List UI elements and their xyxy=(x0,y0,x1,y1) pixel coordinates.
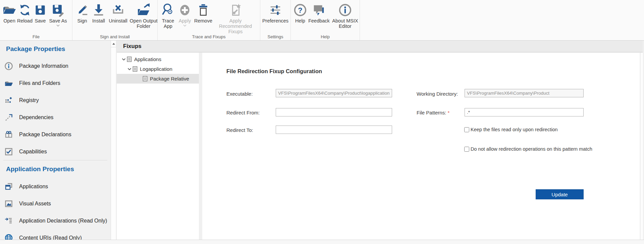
arrow-list-icon xyxy=(0,216,19,225)
globe-icon xyxy=(0,234,19,240)
sidebar-item-package-declarations[interactable]: Package Declarations xyxy=(0,126,111,143)
triangle-up-icon xyxy=(112,43,115,45)
open-button[interactable]: Open xyxy=(2,2,17,27)
keep-read-only-checkbox[interactable] xyxy=(464,127,469,132)
apply-recommended-fixups-button: Apply Recommended Fixups xyxy=(213,2,258,34)
magnifier-eye-icon xyxy=(161,2,175,18)
required-asterisk: * xyxy=(448,110,450,115)
tree-item-label: Package Relative xyxy=(150,76,189,82)
group-label-file: File xyxy=(0,34,72,39)
checkbox-label: Do not allow redirection operations on t… xyxy=(471,146,592,152)
sidebar-item-dependencies[interactable]: Dependencies xyxy=(0,109,111,126)
section-title-application-properties: Application Properties xyxy=(0,160,111,178)
feedback-button[interactable]: Feedback xyxy=(308,2,330,29)
tree-item-label: Logapplication xyxy=(140,66,172,72)
working-directory-input[interactable] xyxy=(465,89,584,97)
horizontal-scrollbar[interactable] xyxy=(0,240,644,244)
form-title: File Redirection Fixup Configuration xyxy=(226,68,322,75)
save-button[interactable]: Save xyxy=(33,2,48,27)
group-label-settings: Settings xyxy=(260,34,290,39)
document-icon xyxy=(132,66,138,72)
vertical-scrollbar[interactable] xyxy=(640,53,643,240)
document-icon xyxy=(127,56,132,62)
folder-arrow-icon xyxy=(136,2,151,18)
group-label-help: Help xyxy=(291,34,360,39)
update-button[interactable]: Update xyxy=(536,189,584,199)
sidebar-scrollbar[interactable] xyxy=(111,41,116,240)
tree-item-package-relative[interactable]: Package Relative xyxy=(117,74,199,84)
sidebar-item-application-declarations[interactable]: Application Declarations (Read Only) xyxy=(0,212,111,229)
panel-title: Fixups xyxy=(117,43,142,50)
sidebar-item-content-uris[interactable]: Content URIs (Read Only) xyxy=(0,229,111,240)
sidebar-item-capabilities[interactable]: Capabilities xyxy=(0,143,111,160)
ribbon-group-sign-install: Sign Install Uninstall xyxy=(72,0,157,40)
install-arrow-icon xyxy=(92,2,106,18)
ribbon-group-trace-fixups: Trace App Apply Remove xyxy=(158,0,260,40)
svg-text:?: ? xyxy=(298,6,302,14)
tree-item-logapplication[interactable]: Logapplication xyxy=(117,64,199,74)
gift-icon xyxy=(0,130,19,139)
working-directory-label: Working Directory: xyxy=(417,91,458,97)
scroll-up-button[interactable] xyxy=(111,41,116,47)
ribbon-toolbar: Open Reload Save xyxy=(0,0,644,41)
fixups-tree-pane: Applications Logapplication Package Rela… xyxy=(117,53,199,240)
sliders-icon xyxy=(268,2,282,18)
file-patterns-input[interactable] xyxy=(465,108,584,116)
msix-editor-window: Open Reload Save xyxy=(0,0,644,244)
info-icon xyxy=(0,62,19,70)
chevron-down-icon[interactable] xyxy=(126,68,132,70)
group-label-sign-install: Sign and Install xyxy=(72,34,157,39)
sidebar-item-files-and-folders[interactable]: Files and Folders xyxy=(0,75,111,92)
sidebar-item-visual-assets[interactable]: Visual Assets xyxy=(0,195,111,212)
sidebar-item-registry[interactable]: Registry xyxy=(0,92,111,109)
save-as-icon xyxy=(51,2,65,18)
no-redirection-checkbox-row[interactable]: Do not allow redirection operations on t… xyxy=(464,146,592,152)
help-question-icon: ? xyxy=(293,2,307,18)
redirect-to-label: Redirect To: xyxy=(226,127,253,133)
sidebar-item-applications[interactable]: Applications xyxy=(0,178,111,195)
redirect-from-input[interactable] xyxy=(276,108,392,116)
save-as-button[interactable]: Save As xyxy=(48,2,68,27)
folder-icon xyxy=(0,79,19,88)
navigation-sidebar: Package Properties Package Information F… xyxy=(0,41,111,240)
open-folder-icon xyxy=(2,2,17,18)
trace-app-button[interactable]: Trace App xyxy=(160,2,176,34)
executable-input[interactable] xyxy=(276,89,392,97)
file-patterns-label: File Patterns: * xyxy=(417,110,449,115)
tree-item-label: Applications xyxy=(134,56,161,62)
dependencies-arrow-icon xyxy=(0,113,19,122)
checkbox-label: Keep the files read only upon redirectio… xyxy=(471,127,558,132)
windows-icon xyxy=(0,182,19,191)
keep-read-only-checkbox-row[interactable]: Keep the files read only upon redirectio… xyxy=(464,127,558,132)
reload-icon xyxy=(18,2,32,18)
about-msix-editor-button[interactable]: About MSIX Editor xyxy=(330,2,360,29)
plus-circle-icon xyxy=(178,2,192,18)
redirect-to-input[interactable] xyxy=(276,126,392,134)
preferences-button[interactable]: Preferences xyxy=(262,2,289,23)
uninstall-button[interactable]: Uninstall xyxy=(107,2,129,29)
open-output-folder-button[interactable]: Open Output Folder xyxy=(129,2,158,29)
redirect-from-label: Redirect From: xyxy=(226,110,260,115)
no-redirection-checkbox[interactable] xyxy=(464,147,469,152)
apply-button: Apply xyxy=(176,2,193,34)
remove-button[interactable]: Remove xyxy=(193,2,213,34)
chevron-down-icon[interactable] xyxy=(121,58,127,61)
fixups-panel-header: Fixups xyxy=(117,41,643,52)
tree-item-applications[interactable]: Applications xyxy=(117,54,199,64)
uninstall-x-icon xyxy=(111,2,125,18)
section-title-package-properties: Package Properties xyxy=(0,41,111,57)
help-button[interactable]: ? Help xyxy=(293,2,308,29)
chevron-down-icon xyxy=(183,25,186,27)
sidebar-item-package-information[interactable]: Package Information xyxy=(0,57,111,75)
document-icon xyxy=(143,76,148,82)
reload-button[interactable]: Reload xyxy=(17,2,33,27)
ribbon-group-file: Open Reload Save xyxy=(0,0,72,40)
chevron-down-icon xyxy=(56,25,60,27)
sign-button[interactable]: Sign xyxy=(74,2,90,29)
registry-icon xyxy=(0,96,19,105)
install-button[interactable]: Install xyxy=(90,2,107,29)
ribbon-group-help: ? Help Feedback About MSIX Editor xyxy=(291,0,360,40)
ribbon-group-settings: Preferences Settings xyxy=(260,0,290,40)
fixup-configuration-pane: File Redirection Fixup Configuration Exe… xyxy=(202,53,642,240)
about-info-icon xyxy=(338,2,352,18)
